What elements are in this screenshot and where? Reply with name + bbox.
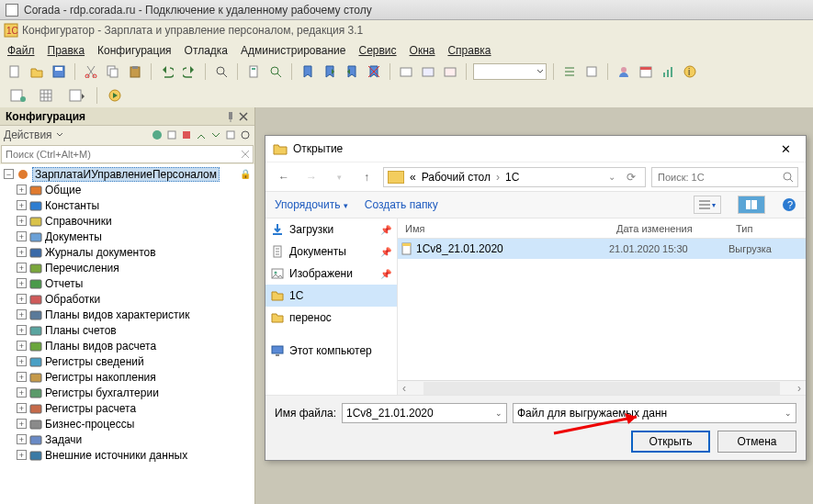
expand-icon[interactable]: + [17,387,27,398]
dialog-search[interactable] [651,167,798,187]
expand-icon[interactable]: + [17,294,27,304]
expand-icon[interactable]: + [17,341,27,351]
sb-act-7-icon[interactable] [240,129,251,140]
tb-tab3-icon[interactable] [441,62,459,81]
expand-icon[interactable]: + [17,216,27,226]
sidebar-search[interactable] [1,145,254,163]
nav-back-button[interactable]: ← [273,166,295,188]
expand-icon[interactable]: + [17,309,27,319]
tb-cut-icon[interactable] [82,62,100,81]
expand-icon[interactable]: − [4,169,14,179]
expand-icon[interactable]: + [17,185,27,195]
sidebar-close-icon[interactable] [238,111,249,122]
tb-tab1-icon[interactable] [397,62,415,81]
help-icon[interactable]: ? [782,197,796,212]
address-bar[interactable]: « Рабочий стол › 1C ⌄ ⟳ [383,167,646,187]
nav-recent-button[interactable]: ▾ [328,166,350,188]
tree-item[interactable]: + Журналы документов [0,244,254,260]
tb-open-icon[interactable] [28,62,46,81]
nav-up-button[interactable]: ↑ [356,166,378,188]
dialog-close-button[interactable]: ✕ [773,142,798,156]
expand-icon[interactable]: + [17,231,27,241]
tb-copy-icon[interactable] [104,62,122,81]
tree-item[interactable]: + Константы [0,197,254,213]
column-headers[interactable]: Имя Дата изменения Тип [398,218,806,239]
dialog-search-input[interactable] [656,171,766,184]
expand-icon[interactable]: + [17,325,27,335]
clear-icon[interactable] [240,149,250,160]
tb-config-dropdown[interactable] [473,63,547,80]
search-icon[interactable] [783,172,794,183]
tree-item[interactable]: + Справочники [0,213,254,229]
tb-undo-icon[interactable] [158,62,176,81]
tb-help-icon[interactable]: i [681,62,699,81]
tree-item[interactable]: + Регистры расчета [0,400,254,416]
tree-item[interactable]: + Задачи [0,431,254,447]
sidebar-search-input[interactable] [2,149,240,160]
tb-tab2-icon[interactable] [419,62,437,81]
tree-item[interactable]: + Планы видов расчета [0,338,254,353]
tb-new-icon[interactable] [6,62,24,81]
nav-pane-item[interactable]: 1C [265,285,397,307]
expand-icon[interactable]: + [17,419,27,429]
tree-item[interactable]: + Регистры накопления [0,369,254,385]
menu-service[interactable]: Сервис [358,44,396,57]
tree-item[interactable]: + Регистры бухгалтерии [0,385,254,400]
horizontal-scrollbar[interactable]: ‹ › [398,380,806,395]
tree-item[interactable]: + Бизнес-процессы [0,416,254,431]
tb-config-icon[interactable] [244,62,263,81]
tree-item[interactable]: + Перечисления [0,260,254,275]
addr-dropdown-icon[interactable]: ⌄ [608,172,615,182]
breadcrumb-seg-1[interactable]: 1C [505,171,519,184]
nav-pane-item[interactable]: Загрузки 📌 [265,218,397,241]
new-folder-button[interactable]: Создать папку [365,198,438,211]
tree-item[interactable]: + Общие [0,182,254,197]
nav-pane-item[interactable]: перенос [265,307,397,329]
tree-item[interactable]: + Планы видов характеристик [0,307,254,322]
tb-find-icon[interactable] [212,62,231,81]
sb-act-6-icon[interactable] [225,129,236,140]
tb-bookmark-icon[interactable] [299,62,317,81]
sb-act-4-icon[interactable] [196,129,207,140]
col-name[interactable]: Имя [398,223,609,234]
nav-pane-item[interactable]: Изображени 📌 [265,263,397,285]
nav-forward-button[interactable]: → [300,166,322,188]
tree-item[interactable]: + Обработки [0,291,254,307]
tree-item[interactable]: + Внешние источники данных [0,447,254,463]
tb-zoom-icon[interactable] [266,62,285,81]
sb-act-2-icon[interactable] [166,129,177,140]
expand-icon[interactable]: + [17,434,27,444]
expand-icon[interactable]: + [17,372,27,382]
tb-calendar-icon[interactable] [637,62,655,81]
menu-debug[interactable]: Отладка [185,44,228,57]
tb-user-icon[interactable] [615,62,633,81]
sb-act-5-icon[interactable] [210,129,221,140]
tb2-module-icon[interactable] [6,86,31,105]
cancel-button[interactable]: Отмена [717,431,796,453]
sb-act-1-icon[interactable] [152,129,163,140]
col-date[interactable]: Дата изменения [609,223,728,234]
tb-copy2-icon[interactable] [582,62,601,81]
sidebar-actions[interactable]: Действия [0,126,254,144]
menu-file[interactable]: Файл [7,44,35,57]
sidebar-pin-icon[interactable] [225,111,236,122]
tree-item[interactable]: + Планы счетов [0,322,254,338]
refresh-icon[interactable]: ⟳ [627,171,636,184]
nav-pane-item[interactable]: Документы 📌 [265,241,397,263]
expand-icon[interactable]: + [17,200,27,210]
menu-config[interactable]: Конфигурация [97,44,172,57]
menu-admin[interactable]: Администрирование [241,44,345,57]
menu-windows[interactable]: Окна [410,44,435,57]
breadcrumb-seg-0[interactable]: Рабочий стол [422,171,491,184]
expand-icon[interactable]: + [17,247,27,257]
expand-icon[interactable]: + [17,403,27,413]
expand-icon[interactable]: + [17,278,27,288]
tb-paste-icon[interactable] [126,62,144,81]
menu-edit[interactable]: Правка [48,44,85,57]
filetype-combo[interactable]: Файл для выгружаемых данн ⌄ [513,403,796,423]
tb-save-icon[interactable] [50,62,68,81]
tree-item[interactable]: + Документы [0,229,254,244]
open-button[interactable]: Открыть [631,431,710,453]
dialog-nav-pane[interactable]: Загрузки 📌 Документы 📌 Изображени 📌 1C п… [265,218,398,395]
tb2-spreadsheet-icon[interactable] [35,86,61,105]
